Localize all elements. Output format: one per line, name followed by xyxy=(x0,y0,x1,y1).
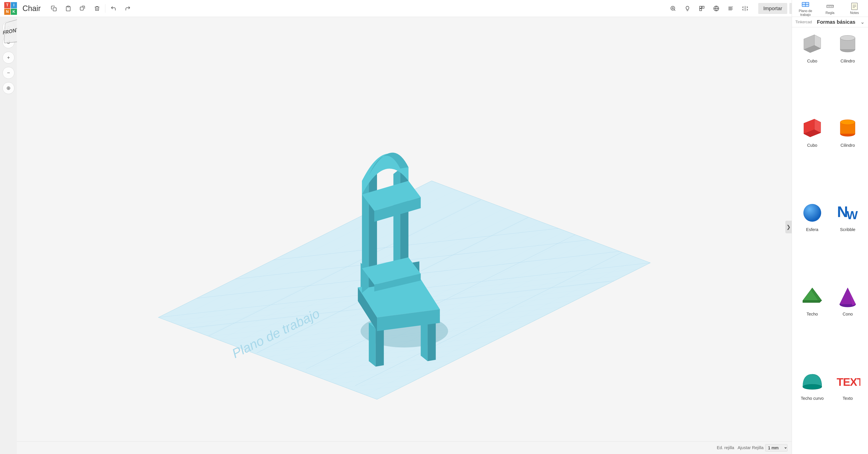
ruler-button[interactable]: Regla xyxy=(818,1,841,16)
shape-label-cilindro-orange: Cilindro xyxy=(840,143,855,148)
redo-button[interactable] xyxy=(121,2,134,15)
svg-point-5 xyxy=(672,7,674,9)
shape-toggle-button[interactable] xyxy=(695,2,708,15)
logo-i: I xyxy=(11,2,17,8)
logo[interactable]: T I N K xyxy=(4,2,17,15)
svg-rect-6 xyxy=(700,6,702,8)
align-left-button[interactable] xyxy=(724,2,737,15)
grid-selector: Ajustar Rejilla 0.1 mm 0.5 mm 1 mm 2 mm … xyxy=(738,444,787,451)
canvas-svg: Plano de trabajo xyxy=(17,17,792,454)
panel-chevron-icon[interactable]: ⌄ xyxy=(860,19,865,25)
shape-thumb-cilindro-orange xyxy=(833,116,863,141)
svg-line-80 xyxy=(519,320,792,454)
shapes-grid: Cubo Cilindro Cubo xyxy=(792,27,868,454)
duplicate-button[interactable] xyxy=(76,2,89,15)
collapse-panel-button[interactable]: ❯ xyxy=(785,221,792,233)
main-canvas[interactable]: Plano de trabajo xyxy=(17,17,792,454)
svg-line-84 xyxy=(567,339,792,454)
svg-line-77 xyxy=(483,306,756,443)
zoom-in-button[interactable]: + xyxy=(3,52,14,64)
undo-button[interactable] xyxy=(107,2,120,15)
logo-k: K xyxy=(11,9,17,15)
shape-techo-green[interactable]: Techo xyxy=(796,285,828,365)
svg-line-90 xyxy=(639,366,792,454)
left-toolbar: ⌂ ↺ + − ⊕ xyxy=(0,17,17,454)
svg-line-88 xyxy=(615,357,792,454)
notes-button[interactable]: Notes xyxy=(843,1,866,16)
view-focus-button[interactable] xyxy=(667,2,679,15)
svg-rect-8 xyxy=(700,9,702,10)
toolbar-separator-1 xyxy=(105,4,105,13)
svg-line-82 xyxy=(543,329,792,454)
shape-techo-curvo[interactable]: Techo curvo xyxy=(796,369,828,450)
shape-label-cilindro-gray: Cilindro xyxy=(840,59,855,64)
shape-label-esfera-blue: Esfera xyxy=(806,227,818,232)
ruler-label: Regla xyxy=(826,11,835,15)
svg-line-4 xyxy=(674,9,675,10)
shape-cono-purple[interactable]: Cono xyxy=(832,285,864,365)
shape-cilindro-gray[interactable]: Cilindro xyxy=(832,32,864,112)
svg-point-126 xyxy=(803,384,822,389)
right-panel: Plano de trabajo Regla Notes Tinke xyxy=(792,0,868,454)
shape-label-cubo-gray: Cubo xyxy=(807,59,817,64)
svg-line-87 xyxy=(603,353,792,454)
mirror-button[interactable] xyxy=(739,2,751,15)
right-panel-top: Plano de trabajo Regla Notes xyxy=(792,0,868,17)
shape-cubo-red[interactable]: Cubo xyxy=(796,116,828,197)
svg-point-116 xyxy=(840,120,855,125)
svg-rect-1 xyxy=(67,6,69,7)
grid-button[interactable] xyxy=(710,2,723,15)
toolbar-row xyxy=(44,0,137,17)
svg-text:TEXT: TEXT xyxy=(837,376,860,388)
grid-edit-label: Ed. rejilla xyxy=(717,445,734,450)
svg-point-3 xyxy=(671,6,675,10)
shape-label-techo-curvo: Techo curvo xyxy=(801,396,824,401)
shape-thumb-cono-purple xyxy=(833,285,863,310)
chair-leg-fr-bottom xyxy=(428,321,436,361)
workplane-label: Plano de trabajo xyxy=(795,9,816,17)
svg-line-85 xyxy=(579,344,792,454)
import-button[interactable]: Importar xyxy=(758,3,787,14)
svg-rect-0 xyxy=(53,8,56,11)
shape-thumb-techo-curvo xyxy=(798,369,827,394)
shape-thumb-cubo-gray xyxy=(798,32,827,57)
svg-line-89 xyxy=(627,362,792,454)
svg-line-79 xyxy=(507,316,780,452)
paste-button[interactable] xyxy=(62,2,74,15)
svg-line-78 xyxy=(495,311,768,448)
shape-scribble[interactable]: N W Scribble xyxy=(832,200,864,281)
shape-label-techo-green: Techo xyxy=(807,312,818,317)
delete-button[interactable] xyxy=(91,2,103,15)
shape-label-texto: Texto xyxy=(843,396,853,401)
svg-line-83 xyxy=(555,334,792,454)
adjust-grid-label: Ajustar Rejilla xyxy=(738,445,764,450)
grid-size-select[interactable]: 0.1 mm 0.5 mm 1 mm 2 mm 5 mm 10 mm xyxy=(765,444,787,451)
shape-label-scribble: Scribble xyxy=(840,227,855,232)
reset-button[interactable]: ⊕ xyxy=(3,82,14,94)
panel-header: Tinkercad Formas básicas ⌄ xyxy=(792,17,868,27)
svg-rect-95 xyxy=(827,5,833,8)
svg-point-110 xyxy=(840,35,855,40)
shape-thumb-esfera-blue xyxy=(798,200,827,226)
shape-esfera-blue[interactable]: Esfera xyxy=(796,200,828,281)
zoom-out-button[interactable]: − xyxy=(3,67,14,79)
shape-texto[interactable]: TEXT Texto xyxy=(832,369,864,450)
svg-rect-7 xyxy=(702,6,704,8)
shape-cubo-gray[interactable]: Cubo xyxy=(796,32,828,112)
shape-label-cubo-red: Cubo xyxy=(807,143,817,148)
svg-rect-2 xyxy=(80,7,83,10)
logo-t: T xyxy=(4,2,10,8)
light-bulb-button[interactable] xyxy=(681,2,694,15)
svg-line-86 xyxy=(591,348,792,454)
top-bar: T I N K Chair xyxy=(0,0,868,17)
shape-cilindro-orange[interactable]: Cilindro xyxy=(832,116,864,197)
shape-thumb-cubo-red xyxy=(798,116,827,141)
shape-thumb-scribble: N W xyxy=(833,200,863,226)
shape-thumb-texto: TEXT xyxy=(833,369,863,394)
panel-title: Formas básicas xyxy=(817,19,855,25)
shape-thumb-cilindro-gray xyxy=(833,32,863,57)
svg-point-117 xyxy=(803,204,821,222)
workplane-button[interactable]: Plano de trabajo xyxy=(794,0,817,18)
copy-button[interactable] xyxy=(48,2,60,15)
shape-label-cono-purple: Cono xyxy=(843,312,853,317)
